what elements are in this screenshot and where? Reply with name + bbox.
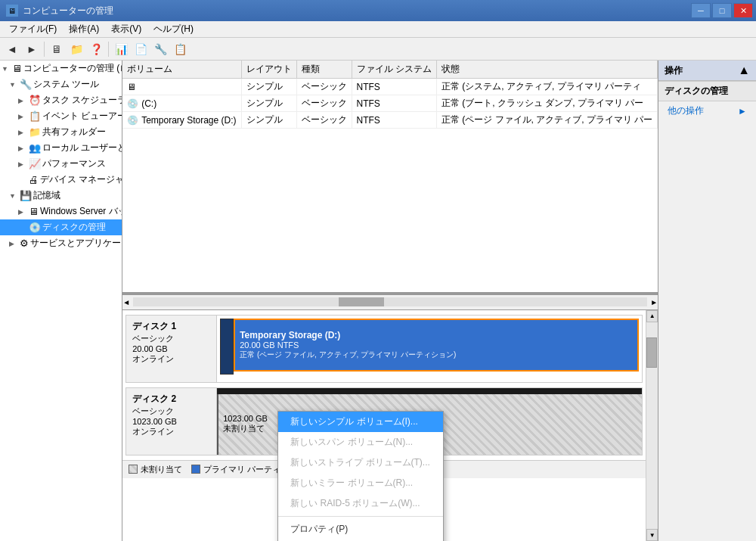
window-title: コンピューターの管理 (23, 5, 113, 17)
vol-type: ベーシック (296, 79, 352, 95)
menu-file[interactable]: ファイル(F) (3, 21, 63, 37)
menu-view[interactable]: 表示(V) (105, 21, 147, 37)
vol-name: 💿 Temporary Storage (D:) (122, 112, 241, 129)
ctx-sep1 (278, 516, 443, 517)
expander-shared: ▶ (18, 129, 27, 136)
table-row[interactable]: 🖥 シンプル ベーシック NTFS 正常 (システム, アクティブ, プライマリ… (122, 79, 658, 95)
disk-table: ボリューム レイアウト 種類 ファイル システム 状態 🖥 (122, 61, 658, 129)
disk2-type: ベーシック (132, 406, 210, 417)
vscroll-up-btn[interactable]: ▲ (646, 310, 658, 322)
right-panel: ボリューム レイアウト 種類 ファイル システム 状態 🖥 (122, 61, 658, 541)
maximize-button[interactable]: □ (712, 3, 732, 18)
tree-item-root[interactable]: ▼ 🖥 コンピューターの管理 (ローカル) (0, 61, 122, 76)
back-button[interactable]: ◄ (3, 40, 21, 58)
scroll-right-btn[interactable]: ► (650, 298, 658, 306)
system-reserved-block[interactable] (220, 319, 234, 375)
tree-item-performance[interactable]: ▶ 📈 パフォーマンス (0, 156, 122, 172)
ops-chevron-icon: ► (738, 106, 747, 117)
tree-label-shared: 共有フォルダー (42, 126, 106, 138)
disk1-status: オンライン (132, 353, 210, 365)
vscroll-track[interactable] (646, 322, 658, 530)
ctx-new-raid5: 新しい RAID-5 ボリューム(W)... (278, 493, 443, 514)
vscroll-down-btn[interactable]: ▼ (646, 529, 658, 541)
expander-services: ▶ (9, 240, 18, 247)
ctx-new-spanned: 新しいスパン ボリューム(N)... (278, 432, 443, 452)
computer-button[interactable]: 🖥 (48, 40, 66, 58)
vscroll-thumb[interactable] (646, 337, 657, 368)
vol-status: 正常 (ブート, クラッシュ ダンプ, プライマリ パー (436, 95, 657, 112)
forward-button[interactable]: ► (23, 40, 41, 58)
title-bar: 🖥 コンピューターの管理 ─ □ ✕ (0, 0, 756, 21)
ctx-new-mirrored: 新しいミラー ボリューム(R)... (278, 473, 443, 493)
vol-fs: NTFS (352, 112, 436, 129)
tree-item-storage[interactable]: ▼ 💾 記憶域 (0, 188, 122, 204)
export-button[interactable]: 📄 (132, 40, 150, 58)
ops-collapse-icon[interactable]: ▲ (738, 64, 750, 77)
menu-action[interactable]: 操作(A) (63, 21, 105, 37)
vol-layout: シンプル (241, 95, 296, 112)
tree-label-root: コンピューターの管理 (ローカル) (23, 62, 122, 75)
disk1-name: ディスク 1 (132, 320, 210, 333)
tree-item-task-scheduler[interactable]: ▶ ⏰ タスク スケジューラ (0, 92, 122, 108)
tree-label-event: イベント ビューアー (42, 110, 122, 123)
scroll-thumb[interactable] (339, 297, 384, 306)
ops-section-disk-mgmt: ディスクの管理 (658, 81, 756, 101)
disk-view-vscrollbar[interactable]: ▲ ▼ (646, 310, 658, 542)
operations-panel: 操作 ▲ ディスクの管理 他の操作 ► (658, 61, 756, 541)
table-row[interactable]: 💿 (C:) シンプル ベーシック NTFS 正常 (ブート, クラッシュ ダン… (122, 95, 658, 112)
disk2-stripe (217, 388, 642, 394)
d-drive-label: Temporary Storage (D:) (240, 330, 633, 340)
vol-fs: NTFS (352, 95, 436, 112)
toolbar: ◄ ► 🖥 📁 ❓ 📊 📄 🔧 📋 (0, 38, 756, 61)
disk2-status: オンライン (132, 426, 210, 437)
extra-button[interactable]: 📋 (171, 40, 189, 58)
tree-item-shared-folders[interactable]: ▶ 📁 共有フォルダー (0, 124, 122, 140)
col-layout: レイアウト (241, 61, 296, 79)
expander-task: ▶ (18, 97, 27, 104)
scroll-track[interactable] (133, 297, 647, 306)
minimize-button[interactable]: ─ (691, 3, 711, 18)
bottom-area: ディスク 1 ベーシック 20.00 GB オンライン Temporary St… (122, 309, 658, 542)
scroll-left-btn[interactable]: ◄ (122, 298, 130, 306)
table-row[interactable]: 💿 Temporary Storage (D:) シンプル ベーシック NTFS… (122, 112, 658, 129)
tree-item-system-tools[interactable]: ▼ 🔧 システム ツール (0, 76, 122, 92)
tree-item-device-manager[interactable]: 🖨 デバイス マネージャー (0, 172, 122, 188)
h-scrollbar[interactable]: ◄ ► (122, 294, 658, 309)
ops-title: 操作 (665, 64, 683, 77)
left-panel: ▼ 🖥 コンピューターの管理 (ローカル) ▼ 🔧 システム ツール ▶ ⏰ タ… (0, 61, 122, 541)
tree-label-system-tools: システム ツール (33, 78, 99, 91)
col-volume: ボリューム (122, 61, 241, 79)
app-icon: 🖥 (6, 5, 18, 17)
col-status: 状態 (436, 61, 657, 79)
ctx-properties[interactable]: プロパティ(P) (278, 519, 443, 539)
disk2-unalloc-label: 未割り当て (223, 423, 268, 434)
ops-header: 操作 ▲ (658, 61, 756, 81)
view-button[interactable]: 📊 (112, 40, 130, 58)
ops-other-actions[interactable]: 他の操作 ► (658, 101, 756, 120)
expander-storage: ▼ (9, 192, 18, 200)
vol-name: 💿 (C:) (122, 95, 241, 112)
toolbar-sep-2 (108, 42, 109, 57)
d-drive-sublabel: 20.00 GB NTFS (240, 340, 633, 350)
folder-button[interactable]: 📁 (67, 40, 85, 58)
tree-item-wsb[interactable]: ▶ 🖥 Windows Server バック (0, 204, 122, 219)
help-button[interactable]: ❓ (87, 40, 105, 58)
tree-label-disk-mgmt: ディスクの管理 (42, 221, 106, 234)
disk2-info: ディスク 2 ベーシック 1023.00 GB オンライン (126, 388, 217, 455)
tree-label-storage: 記憶域 (33, 189, 60, 202)
tree-item-disk-management[interactable]: 💿 ディスクの管理 (0, 219, 122, 235)
tree-label-perf: パフォーマンス (42, 157, 106, 170)
tree-item-event-viewer[interactable]: ▶ 📋 イベント ビューアー (0, 108, 122, 124)
expander-system-tools: ▼ (9, 81, 18, 89)
close-button[interactable]: ✕ (733, 3, 753, 18)
disk-icon: 💿 (127, 115, 138, 126)
d-drive-block[interactable]: Temporary Storage (D:) 20.00 GB NTFS 正常 … (234, 319, 639, 372)
settings-button[interactable]: 🔧 (151, 40, 169, 58)
tree-label-users: ローカル ユーザーとグループ (42, 141, 122, 154)
expander-users: ▶ (18, 145, 27, 152)
tree-item-local-users[interactable]: ▶ 👥 ローカル ユーザーとグループ (0, 140, 122, 156)
menu-help[interactable]: ヘルプ(H) (147, 21, 200, 37)
ctx-new-simple[interactable]: 新しいシンプル ボリューム(I)... (278, 412, 443, 432)
legend-unallocated: 未割り当て (129, 464, 182, 475)
tree-item-services[interactable]: ▶ ⚙ サービスとアプリケーション (0, 235, 122, 251)
